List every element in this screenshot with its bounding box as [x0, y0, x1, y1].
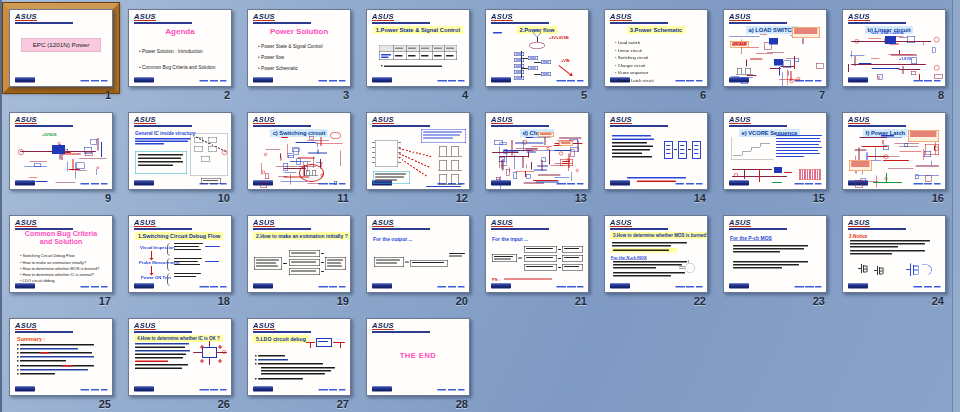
slide-thumbnail[interactable]: ASUSPower SolutionPower State & Signal C… [247, 9, 351, 87]
slide-thumbnail[interactable]: ASUSa) LOAD SWITCH+5V ALW [723, 9, 827, 87]
box-shape [201, 156, 210, 162]
slide-thumbnail[interactable]: ASUSFor the output ... [366, 215, 470, 293]
slide-canvas: ASUS5.LDO circuit debug [248, 319, 350, 395]
schematic-shape [372, 157, 375, 158]
schematic-shape [530, 68, 537, 69]
slide-thumbnail[interactable]: ASUSAgendaPower Solution : IntroductionC… [128, 9, 232, 87]
box-shape [310, 136, 314, 139]
box-shape [570, 150, 574, 157]
slide-thumbnail[interactable]: ASUSTHE END [366, 318, 470, 396]
box-shape [289, 250, 320, 257]
slide-thumbnail[interactable]: ASUS4.How to determine whether IC is OK … [128, 318, 232, 396]
schematic-shape [776, 156, 804, 157]
slide-thumbnail[interactable]: ASUSb) Linear circuit+5V_USB / +5BVA+1.8… [842, 9, 946, 87]
slide-thumbnail[interactable]: ASUS1.Switching Circuit Debug FlowVisual… [128, 215, 232, 293]
slide-thumbnail[interactable]: ASUS3.Power SchematicLoad switchLinear c… [604, 9, 708, 87]
schematic-shape [531, 162, 532, 170]
pegatron-logo [729, 180, 749, 186]
asus-logo: ASUS [610, 115, 632, 124]
schematic-shape [321, 271, 324, 272]
schematic-shape [408, 55, 416, 56]
slide-thumbnail[interactable]: ASUS [366, 112, 470, 190]
schematic-shape [747, 75, 757, 76]
slide-thumbnail[interactable]: ASUSEPC (1201N) Power [9, 9, 113, 87]
slide-thumbnail[interactable]: ASUSGeneral IC inside structure [128, 112, 232, 190]
slide-canvas: ASUSTHE END [367, 319, 469, 395]
slide-number: 11 [247, 192, 351, 204]
schematic-shape [613, 272, 685, 273]
bullet-list: Power State & Signal ControlPower flowPo… [258, 41, 347, 74]
schematic-shape [850, 240, 930, 241]
circle-shape [878, 76, 881, 79]
box-shape [410, 260, 448, 267]
schematic-shape [903, 66, 904, 74]
schematic-shape [434, 48, 442, 49]
red-annotation: +3V/+5VSB [549, 35, 569, 40]
schematic-shape [776, 147, 822, 148]
schematic-shape [526, 248, 553, 249]
slide-thumbnail[interactable]: ASUSe) VCORE Sequence [723, 112, 827, 190]
slide-canvas: ASUSf) Power Latch [843, 113, 945, 189]
box-shape [513, 172, 516, 179]
slide-number: 22 [604, 295, 708, 307]
slide-thumbnail[interactable]: ASUSCommon Bug Criteria and SolutionSwit… [9, 215, 113, 293]
slide-thumbnail[interactable]: ASUSd) Charger [485, 112, 589, 190]
schematic-shape [564, 257, 579, 258]
slide-thumbnail[interactable]: ASUSFor the input ...PS : [485, 215, 589, 293]
schematic-shape [875, 147, 876, 160]
asus-logo: ASUS [253, 12, 275, 21]
confidential-link [81, 286, 108, 288]
arrow-head [150, 273, 154, 276]
slide-title: 3.Power Schematic [627, 26, 685, 34]
slide-thumbnail[interactable]: ASUSSummary : [9, 318, 113, 396]
asus-logo: ASUS [848, 115, 870, 124]
waveform-glyph [438, 146, 462, 157]
schematic-shape [915, 166, 939, 167]
confidential-link [914, 80, 941, 82]
tagline-bar [134, 331, 192, 333]
rail-label: +1.8VS [899, 56, 911, 61]
schematic-shape [290, 174, 291, 185]
schematic-shape [554, 177, 569, 178]
slide-thumbnail[interactable]: ASUS2.Power flow+3V/+5VSB+VIN [485, 9, 589, 87]
slide-thumbnail[interactable]: ASUS+5VSUS [9, 112, 113, 190]
schematic-shape [518, 258, 522, 259]
schematic-shape [375, 180, 397, 181]
schematic-shape [637, 181, 676, 182]
schematic-shape [395, 55, 403, 56]
slide-thumbnail[interactable]: ASUS [604, 112, 708, 190]
rail-label: +5V_USB / +5BVA [872, 30, 904, 35]
slide-thumbnail[interactable]: ASUSFor the P-ch MOS [723, 215, 827, 293]
slide-number: 16 [842, 192, 946, 204]
schematic-shape [135, 357, 183, 358]
slide-thumbnail[interactable]: ASUS2.How to make an estimation initiall… [247, 215, 351, 293]
box-shape [935, 74, 943, 79]
schematic-shape [381, 54, 391, 55]
slide-thumbnail[interactable]: ASUS5.LDO circuit debug [247, 318, 351, 396]
logo-underline [15, 20, 37, 21]
box-shape [905, 143, 908, 147]
stripe-block [799, 169, 821, 180]
slide-thumbnail[interactable]: ASUS2.Notice [842, 215, 946, 293]
tagline-bar [729, 125, 787, 127]
slide-number: 26 [128, 398, 232, 410]
slide-thumbnail[interactable]: ASUS1.Power State & Signal Control [366, 9, 470, 87]
slide-thumbnail[interactable]: ASUS3.How to determine whether MOS is bu… [604, 215, 708, 293]
slide-title: THE END [367, 351, 469, 360]
schematic-shape [494, 259, 511, 260]
bullet-dot [255, 359, 256, 360]
logo-underline [134, 20, 156, 21]
slide-title: Common Bug Criteria and Solution [10, 230, 112, 245]
bullet-item: Power State & Signal Control [258, 41, 347, 52]
schematic-shape [760, 143, 770, 144]
slide-thumbnail[interactable]: ASUSc) Switching circuit [247, 112, 351, 190]
schematic-shape [432, 45, 433, 60]
box-shape [915, 174, 918, 178]
schematic-shape [138, 165, 173, 166]
schematic-shape [612, 149, 650, 150]
schematic-shape [674, 149, 677, 150]
bullet-item: Power Solution : Introduction [139, 43, 228, 59]
pegatron-logo [491, 283, 511, 289]
box-shape [506, 169, 509, 175]
slide-thumbnail[interactable]: ASUSf) Power Latch [842, 112, 946, 190]
